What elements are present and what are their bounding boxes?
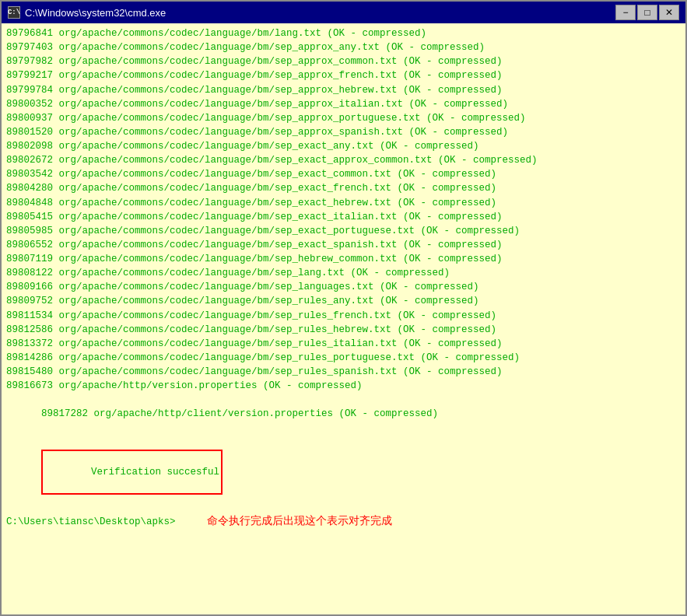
window-title: C:\Windows\system32\cmd.exe — [25, 7, 615, 19]
output-line: 89806552 org/apache/commons/codec/langua… — [6, 238, 681, 252]
titlebar: C:\ C:\Windows\system32\cmd.exe − □ ✕ — [2, 2, 685, 23]
minimize-button[interactable]: − — [615, 5, 636, 20]
cmd-window: C:\ C:\Windows\system32\cmd.exe − □ ✕ 89… — [0, 0, 687, 616]
output-line: 89799217 org/apache/commons/codec/langua… — [6, 68, 681, 82]
output-line: 89808122 org/apache/commons/codec/langua… — [6, 266, 681, 280]
output-line: 89805985 org/apache/commons/codec/langua… — [6, 224, 681, 238]
output-line: 89807119 org/apache/commons/codec/langua… — [6, 252, 681, 266]
console-output[interactable]: 89796841 org/apache/commons/codec/langua… — [2, 23, 685, 614]
close-button[interactable]: ✕ — [659, 5, 679, 20]
output-line: 89804280 org/apache/commons/codec/langua… — [6, 181, 681, 195]
output-line: 89802098 org/apache/commons/codec/langua… — [6, 139, 681, 153]
output-line: 89813372 org/apache/commons/codec/langua… — [6, 337, 681, 351]
window-icon: C:\ — [8, 6, 20, 19]
output-line: 89804848 org/apache/commons/codec/langua… — [6, 196, 681, 210]
output-line: 89802672 org/apache/commons/codec/langua… — [6, 153, 681, 167]
output-line: 89800352 org/apache/commons/codec/langua… — [6, 97, 681, 111]
output-line: 89803542 org/apache/commons/codec/langua… — [6, 167, 681, 181]
window-controls: − □ ✕ — [615, 5, 679, 20]
annotation-text: 命令执行完成后出现这个表示对齐完成 — [207, 514, 392, 528]
empty-space — [6, 529, 681, 614]
verification-box: Verification succesful — [41, 450, 223, 495]
restore-button[interactable]: □ — [637, 5, 657, 20]
output-line: 89800937 org/apache/commons/codec/langua… — [6, 111, 681, 125]
output-line: 89815480 org/apache/commons/codec/langua… — [6, 365, 681, 379]
output-line: 89801520 org/apache/commons/codec/langua… — [6, 125, 681, 139]
output-line: 89809752 org/apache/commons/codec/langua… — [6, 294, 681, 308]
output-line: 89797982 org/apache/commons/codec/langua… — [6, 54, 681, 68]
output-line: 89812586 org/apache/commons/codec/langua… — [6, 323, 681, 337]
output-line: 89816673 org/apache/http/version.propert… — [6, 379, 681, 393]
output-line: 89797403 org/apache/commons/codec/langua… — [6, 40, 681, 54]
verification-line: Verification succesful — [6, 436, 681, 509]
output-line: 89811534 org/apache/commons/codec/langua… — [6, 309, 681, 323]
prompt: C:\Users\tiansc\Desktop\apks> — [6, 515, 176, 529]
output-line: 89796841 org/apache/commons/codec/langua… — [6, 26, 681, 40]
output-line: 89814286 org/apache/commons/codec/langua… — [6, 351, 681, 365]
last-line-1: 89817282 org/apache/http/client/version.… — [6, 393, 681, 435]
output-lines: 89796841 org/apache/commons/codec/langua… — [6, 26, 681, 393]
output-line: 89799784 org/apache/commons/codec/langua… — [6, 83, 681, 97]
output-line: 89809166 org/apache/commons/codec/langua… — [6, 280, 681, 294]
output-line: 89805415 org/apache/commons/codec/langua… — [6, 210, 681, 224]
